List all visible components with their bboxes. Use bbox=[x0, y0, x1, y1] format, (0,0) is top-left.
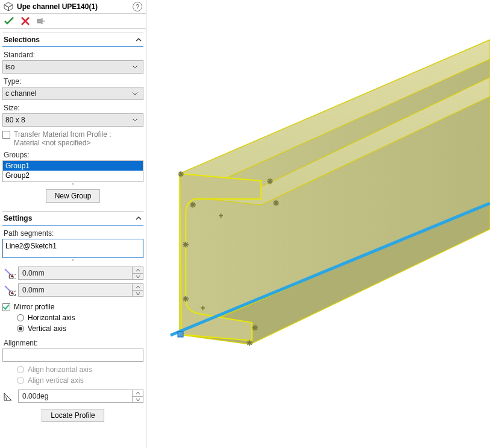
g1-input[interactable]: 0.0mm bbox=[18, 267, 143, 280]
svg-marker-0 bbox=[4, 2, 13, 7]
svg-text:✳: ✳ bbox=[273, 199, 279, 207]
spin-up-icon[interactable] bbox=[132, 390, 143, 396]
path-segments-label: Path segments: bbox=[4, 229, 143, 238]
new-group-button[interactable]: New Group bbox=[46, 189, 101, 203]
pushpin-icon[interactable] bbox=[36, 16, 46, 26]
g1-row: G1 0.0mm bbox=[2, 267, 143, 280]
align-vertical-radio: Align vertical axis bbox=[17, 376, 143, 385]
svg-text:✳: ✳ bbox=[247, 339, 253, 347]
mirror-profile-row[interactable]: Mirror profile bbox=[2, 303, 143, 311]
transfer-material-checkbox[interactable] bbox=[2, 131, 10, 139]
ok-icon[interactable] bbox=[4, 16, 14, 27]
spin-down-icon[interactable] bbox=[132, 273, 143, 279]
standard-select[interactable]: iso bbox=[2, 60, 143, 74]
size-label: Size: bbox=[4, 104, 143, 112]
locate-profile-button[interactable]: Locate Profile bbox=[42, 409, 104, 422]
mirror-vertical-radio[interactable]: Vertical axis bbox=[17, 324, 143, 333]
svg-rect-11 bbox=[178, 332, 183, 337]
panel-body: Selections Standard: iso Type: c channel… bbox=[0, 29, 146, 448]
panel-header: Upe channel UPE140(1) ? bbox=[0, 0, 146, 14]
size-select[interactable]: 80 x 8 bbox=[2, 113, 143, 127]
chevron-down-icon bbox=[132, 90, 138, 96]
3d-viewport[interactable]: ✳✳ ✳✳ ✳✳ ++ ✳✳ bbox=[146, 0, 490, 448]
g2-input[interactable]: 0.0mm bbox=[18, 283, 143, 297]
spin-down-icon[interactable] bbox=[132, 290, 143, 296]
group-item[interactable]: Group2 bbox=[3, 171, 143, 180]
svg-text:✳: ✳ bbox=[178, 170, 184, 178]
svg-text:G2: G2 bbox=[8, 289, 16, 297]
g2-icon: G2 bbox=[2, 283, 16, 297]
svg-text:✳: ✳ bbox=[267, 177, 273, 186]
groups-list[interactable]: Group1 Group2 bbox=[2, 160, 143, 182]
type-select[interactable]: c channel bbox=[2, 87, 143, 100]
svg-marker-1 bbox=[4, 5, 8, 11]
svg-text:✳: ✳ bbox=[252, 324, 258, 332]
spin-down-icon[interactable] bbox=[132, 396, 143, 402]
model-render: ✳✳ ✳✳ ✳✳ ++ ✳✳ bbox=[146, 0, 490, 448]
rotation-input[interactable]: 0.00deg bbox=[18, 390, 143, 403]
cancel-icon[interactable] bbox=[20, 16, 30, 26]
resize-handle-icon[interactable]: ◦ bbox=[2, 182, 143, 187]
g2-row: G2 0.0mm bbox=[2, 283, 143, 297]
feature-cube-icon bbox=[4, 2, 13, 11]
chevron-down-icon bbox=[132, 64, 138, 70]
spin-up-icon[interactable] bbox=[132, 267, 143, 273]
section-header-selections[interactable]: Selections bbox=[2, 33, 143, 47]
svg-text:✳: ✳ bbox=[183, 295, 189, 303]
rotation-row: 0.00deg bbox=[2, 390, 143, 403]
mirror-horizontal-radio[interactable]: Horizontal axis bbox=[17, 314, 143, 322]
standard-label: Standard: bbox=[4, 51, 143, 59]
panel-title: Upe channel UPE140(1) bbox=[17, 2, 98, 11]
align-horizontal-radio: Align horizontal axis bbox=[17, 365, 143, 374]
spin-up-icon[interactable] bbox=[132, 284, 143, 290]
chevron-down-icon bbox=[132, 117, 138, 123]
svg-text:+: + bbox=[219, 212, 223, 220]
help-icon[interactable]: ? bbox=[133, 2, 142, 11]
type-label: Type: bbox=[4, 77, 143, 86]
alignment-label: Alignment: bbox=[4, 339, 143, 347]
svg-text:G1: G1 bbox=[8, 273, 16, 280]
section-header-settings[interactable]: Settings bbox=[2, 211, 143, 226]
group-item[interactable]: Group1 bbox=[3, 161, 143, 171]
svg-marker-2 bbox=[8, 5, 13, 11]
mirror-profile-checkbox[interactable] bbox=[2, 303, 10, 311]
properties-panel: Upe channel UPE140(1) ? Selections Stand… bbox=[0, 0, 146, 448]
resize-handle-icon[interactable]: ◦ bbox=[2, 258, 143, 263]
action-bar bbox=[0, 14, 146, 29]
chevron-up-icon bbox=[135, 36, 142, 43]
svg-text:✳: ✳ bbox=[183, 241, 189, 249]
svg-text:+: + bbox=[201, 304, 205, 312]
chevron-up-icon bbox=[135, 215, 142, 222]
rotation-angle-icon bbox=[2, 390, 16, 403]
svg-text:✳: ✳ bbox=[190, 201, 196, 209]
transfer-material-row[interactable]: Transfer Material from Profile : Materia… bbox=[2, 130, 143, 147]
g1-icon: G1 bbox=[2, 267, 16, 280]
groups-label: Groups: bbox=[4, 151, 143, 159]
alignment-input[interactable] bbox=[2, 349, 143, 362]
